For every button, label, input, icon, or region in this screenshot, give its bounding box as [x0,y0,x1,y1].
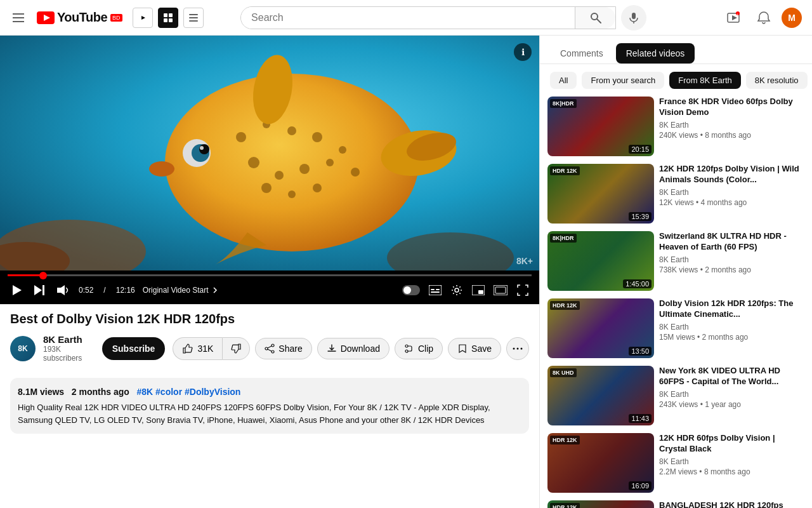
related-thumb-5: HDR 12K 16:09 [547,433,654,493]
subtitles-icon [429,285,442,295]
related-info-6: BANGLADESH 12K HDR 120fps Dolby Vision w… [659,500,804,508]
more-actions-button[interactable] [506,337,529,360]
volume-button[interactable] [53,281,71,299]
video-frame[interactable]: 8K+ ℹ [0,36,539,271]
youtube-logo-icon [37,11,55,24]
svg-marker-46 [13,285,22,295]
progress-bar[interactable] [8,274,532,276]
related-thumb-1: HDR 12K 15:39 [547,164,654,224]
channel-avatar[interactable]: 8K [10,336,36,361]
hdr-badge-5: HDR 12K [550,436,580,444]
filter-from-your-search[interactable]: From your search [582,72,664,89]
list-icon-btn[interactable] [183,8,204,28]
clip-button[interactable]: Clip [395,338,443,359]
hdr-badge-2: 8K|HDR [550,234,577,243]
subscribe-button[interactable]: Subscribe [102,337,166,360]
filter-from-8k-earth[interactable]: From 8K Earth [669,72,741,89]
tab-related-videos[interactable]: Related videos [616,43,695,64]
related-info-2: Switzerland 8K ULTRA HD HDR - Heaven of … [659,231,804,291]
search-area [240,5,646,30]
svg-point-70 [521,347,523,349]
related-video-item[interactable]: 8K|HDR 1:45:00 Switzerland 8K ULTRA HD H… [547,231,804,291]
original-video-start[interactable]: Original Video Start [143,286,219,295]
related-channel-3: 8K Earth [659,323,804,331]
svg-point-33 [351,168,360,177]
bell-icon [757,11,771,25]
related-video-item[interactable]: HDR 12K 13:50 Dolby Vision 12k HDR 120fp… [547,298,804,358]
subtitles-button[interactable] [426,283,444,298]
related-channel-0: 8K Earth [659,121,804,130]
related-meta-4: 243K views • 1 year ago [659,400,804,409]
related-title-6: BANGLADESH 12K HDR 120fps Dolby Vision w… [659,500,804,508]
like-button[interactable]: 31K [173,337,222,360]
mic-button[interactable] [621,5,646,30]
download-button[interactable]: Download [317,338,390,359]
create-button[interactable]: + [721,5,746,30]
sidebar: Comments Related videos All From your se… [539,36,812,508]
related-title-1: 12K HDR 120fps Dolby Vision | Wild Anima… [659,164,804,185]
related-video-item[interactable]: HDR 12K 15:39 12K HDR 120fps Dolby Visio… [547,164,804,224]
description-text: High Quality Real 12K HDR VIDEO ULTRA HD… [18,401,521,426]
thumb-duration-0: 20:15 [629,145,652,154]
related-title-5: 12K HDR 60fps Dolby Vision | Crystal Bla… [659,433,804,455]
filter-8k-resolution[interactable]: 8K resolutio [746,72,808,89]
hdr-badge-1: HDR 12K [550,166,580,175]
shorts-icon-btn[interactable] [133,8,153,28]
info-button[interactable]: ℹ [514,43,532,61]
autoplay-toggle[interactable] [400,283,422,298]
svg-text:8K+: 8K+ [516,256,533,266]
total-time: 12:16 [116,286,135,295]
svg-point-44 [149,161,174,177]
download-label: Download [341,344,380,354]
related-meta-0: 240K views • 8 months ago [659,131,804,140]
related-info-5: 12K HDR 60fps Dolby Vision | Crystal Bla… [659,433,804,493]
svg-point-69 [517,347,519,349]
next-button[interactable] [30,281,48,299]
fullscreen-button[interactable] [514,281,532,299]
related-video-item[interactable]: 8K|HDR 20:15 France 8K HDR Video 60fps D… [547,97,804,156]
miniplayer-button[interactable] [469,283,487,298]
logo-area[interactable]: YouTubeBD [37,10,122,25]
related-info-3: Dolby Vision 12k HDR 120fps: The Ultimat… [659,298,804,358]
related-video-item[interactable]: HDR 12K 16:09 12K HDR 60fps Dolby Vision… [547,433,804,493]
shorts-icon [137,12,148,23]
svg-rect-48 [43,285,44,295]
chevron-right-icon [211,286,219,294]
notifications-button[interactable] [751,5,776,30]
svg-point-51 [403,286,411,294]
share-button[interactable]: Share [255,338,311,359]
description-meta: 8.1M views 2 months ago #8K #color #Dolb… [18,385,521,399]
theater-button[interactable] [491,283,510,298]
tab-comments[interactable]: Comments [550,43,613,64]
search-input[interactable] [241,7,575,29]
related-video-item[interactable]: HDR 12K 1:17:08 BANGLADESH 12K HDR 120fp… [547,500,804,508]
save-button[interactable]: Save [448,338,501,359]
related-title-4: New York 8K VIDEO ULTRA HD 60FPS - Capit… [659,366,804,387]
header-mid-icons [133,8,204,28]
mic-icon [628,12,639,23]
hamburger-menu[interactable] [10,11,27,25]
svg-rect-60 [495,287,506,293]
related-thumb-6: HDR 12K 1:17:08 [547,500,654,508]
svg-rect-10 [189,20,198,22]
filter-all[interactable]: All [550,72,577,89]
svg-point-62 [265,347,268,350]
create-icon: + [726,11,740,25]
related-video-item[interactable]: 8K UHD 11:43 New York 8K VIDEO ULTRA HD … [547,366,804,425]
dislike-button[interactable] [222,337,250,360]
settings-button[interactable] [448,281,466,299]
clip-icon [404,344,414,354]
play-button[interactable] [8,281,25,299]
controls-right [400,281,532,299]
channel-row: 8K 8K Earth 193K subscribers Subscribe 3… [10,334,529,363]
svg-rect-4 [164,13,167,17]
related-meta-3: 15M views • 2 months ago [659,333,804,342]
svg-rect-58 [478,290,483,294]
avatar[interactable]: M [782,8,802,28]
search-button[interactable] [575,7,615,29]
thumb-duration-4: 11:43 [629,414,652,423]
grid-icon-btn[interactable] [158,8,178,28]
svg-point-40 [200,146,204,150]
related-meta-5: 2.2M views • 8 months ago [659,467,804,476]
description-box[interactable]: 8.1M views 2 months ago #8K #color #Dolb… [10,378,529,434]
